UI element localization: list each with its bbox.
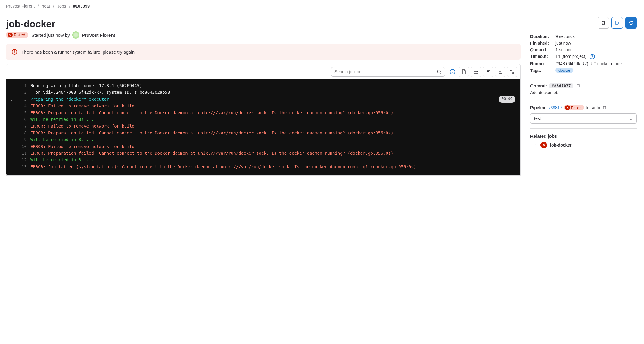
pipeline-ref: for auto xyxy=(586,105,600,110)
section-duration: 00:09 xyxy=(499,96,515,102)
duration-value: 9 seconds xyxy=(555,34,575,39)
system-failure-alert: ! There has been a runner system failure… xyxy=(6,44,521,60)
commit-sha[interactable]: fd8d7037 xyxy=(549,83,573,88)
log-line: Will be retried in 3s ... xyxy=(30,136,520,143)
failed-icon: ✕ xyxy=(540,142,547,148)
expand-icon xyxy=(510,70,514,74)
line-number[interactable]: 11 xyxy=(17,150,30,156)
line-number[interactable]: 4 xyxy=(17,103,30,109)
log-line: ERROR: Preparation failed: Cannot connec… xyxy=(30,130,520,136)
svg-point-0 xyxy=(437,70,440,73)
collapse-toggle[interactable]: ⌄ xyxy=(11,97,13,102)
log-line: Running with gitlab-runner 17.3.1 (66269… xyxy=(30,82,520,89)
line-number[interactable]: 3 xyxy=(17,96,30,103)
download-button[interactable] xyxy=(471,67,481,77)
log-line: ERROR: Failed to remove network for buil… xyxy=(30,123,520,129)
pipeline-status-text: Failed xyxy=(571,106,581,110)
line-number[interactable]: 10 xyxy=(17,143,30,150)
alert-text: There has been a runner system failure, … xyxy=(21,49,135,55)
svg-rect-5 xyxy=(616,21,618,25)
log-line: ERROR: Failed to remove network for buil… xyxy=(30,143,520,150)
arrow-right-icon: → xyxy=(533,142,537,148)
raw-log-button[interactable] xyxy=(459,67,469,77)
line-number[interactable]: 5 xyxy=(17,109,30,116)
log-toolbar: ? xyxy=(6,64,520,79)
log-line: Preparing the "docker" executor xyxy=(30,96,499,103)
pipeline-link[interactable]: #39817 xyxy=(548,105,562,110)
timeout-value: 1h (from project) xyxy=(555,54,586,59)
breadcrumb: Pruvost Florent / heat / Jobs / #103099 xyxy=(0,0,644,12)
log-line: on vdi-u2404-003 6f42dk-R7, system ID: s… xyxy=(30,89,520,96)
stage-select[interactable]: test ⌄ xyxy=(530,113,637,124)
clipboard-icon xyxy=(602,106,607,110)
pipeline-label: Pipeline xyxy=(530,105,546,110)
timeout-label: Timeout: xyxy=(530,54,554,59)
log-line: ERROR: Preparation failed: Cannot connec… xyxy=(30,109,520,116)
avatar[interactable] xyxy=(72,31,79,39)
breadcrumb-project[interactable]: heat xyxy=(42,4,50,8)
trash-icon xyxy=(601,21,606,25)
finished-label: Finished: xyxy=(530,41,554,46)
line-number[interactable]: 7 xyxy=(17,123,30,129)
commit-message: Add docker job xyxy=(530,90,637,95)
chevron-down-icon: ⌄ xyxy=(629,116,633,121)
copy-sha-button[interactable] xyxy=(575,83,581,88)
log-line: ERROR: Failed to remove network for buil… xyxy=(30,103,520,109)
arrow-up-bar-icon xyxy=(486,70,490,74)
retry-button[interactable] xyxy=(625,17,637,29)
help-button[interactable]: ? xyxy=(447,67,457,77)
scroll-top-button[interactable] xyxy=(483,67,493,77)
erase-job-button[interactable] xyxy=(598,17,609,29)
search-input[interactable] xyxy=(331,67,434,77)
breadcrumb-sep: / xyxy=(53,4,54,8)
line-number[interactable]: 2 xyxy=(17,89,30,96)
download-icon xyxy=(474,69,478,74)
related-job-item[interactable]: → ✕ job-docker xyxy=(530,142,637,148)
author-link[interactable]: Pruvost Florent xyxy=(82,33,115,38)
pipeline-status-badge: ✕ Failed xyxy=(564,105,584,110)
refresh-icon xyxy=(628,20,634,26)
line-number[interactable]: 1 xyxy=(17,82,30,89)
line-number[interactable]: 6 xyxy=(17,116,30,123)
tag-pill[interactable]: docker xyxy=(555,68,573,73)
svg-line-1 xyxy=(440,73,441,74)
copy-ref-button[interactable] xyxy=(602,105,607,110)
breadcrumb-section[interactable]: Jobs xyxy=(57,4,66,8)
log-line: ERROR: Preparation failed: Cannot connec… xyxy=(30,150,520,156)
clipboard-icon xyxy=(576,84,580,88)
line-number[interactable]: 13 xyxy=(17,163,30,170)
log-line: ERROR: Job failed (system failure): Cann… xyxy=(30,163,520,170)
svg-rect-7 xyxy=(603,106,606,109)
duration-label: Duration: xyxy=(530,34,554,39)
line-number[interactable]: 8 xyxy=(17,130,30,136)
line-number[interactable]: 9 xyxy=(17,136,30,143)
started-text: Started just now by xyxy=(31,33,70,38)
search-icon xyxy=(437,69,442,74)
runner-value: #948 (6f42dk-R7) IUT docker mode xyxy=(555,61,622,66)
search-button[interactable] xyxy=(434,67,445,77)
log-panel: ? xyxy=(6,64,521,176)
fullscreen-button[interactable] xyxy=(507,67,517,77)
queued-value: 1 second xyxy=(555,47,573,52)
svg-rect-6 xyxy=(577,84,579,87)
new-issue-button[interactable] xyxy=(611,17,623,29)
svg-rect-2 xyxy=(474,72,478,74)
timeout-help-icon[interactable]: ? xyxy=(590,54,595,59)
help-icon: ? xyxy=(450,69,455,74)
status-text: Failed xyxy=(14,33,25,37)
log-body[interactable]: 1Running with gitlab-runner 17.3.1 (6626… xyxy=(6,79,520,175)
breadcrumb-owner[interactable]: Pruvost Florent xyxy=(6,4,35,8)
commit-label: Commit xyxy=(530,83,547,88)
line-number[interactable]: 12 xyxy=(17,156,30,163)
runner-label: Runner: xyxy=(530,61,554,66)
document-icon xyxy=(462,69,466,74)
related-job-name: job-docker xyxy=(550,143,572,147)
status-badge: ✕ Failed xyxy=(6,32,28,38)
failed-icon: ✕ xyxy=(565,105,570,110)
finished-value: just now xyxy=(555,41,571,46)
queued-label: Queued: xyxy=(530,47,554,52)
stage-selected: test xyxy=(534,116,541,121)
breadcrumb-id[interactable]: #103099 xyxy=(73,4,90,8)
log-line: Will be retried in 3s ... xyxy=(30,116,520,123)
scroll-bottom-button[interactable] xyxy=(495,67,505,77)
